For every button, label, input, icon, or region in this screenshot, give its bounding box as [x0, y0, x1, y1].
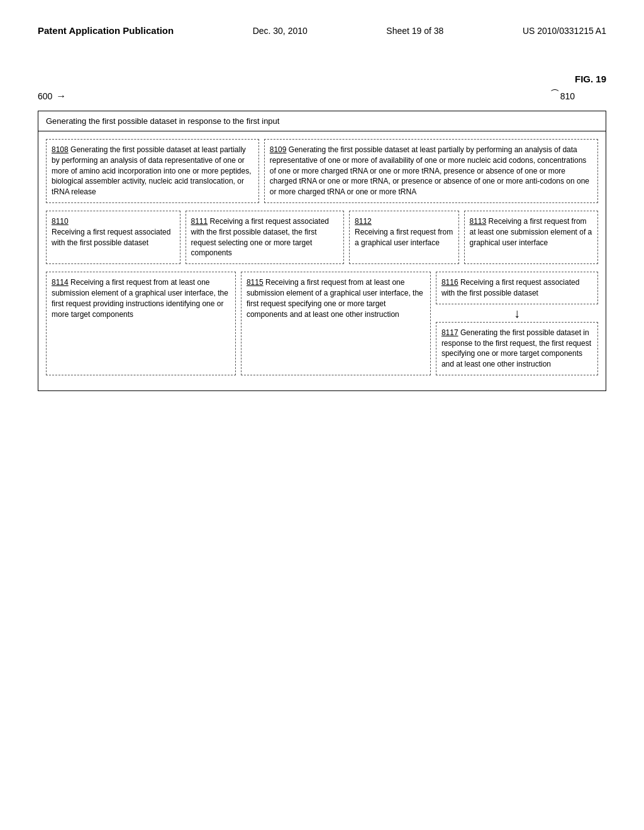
box-8115-id: 8115 — [247, 278, 264, 287]
box-8114-id: 8114 — [52, 278, 69, 287]
box-8109: 8109 Generating the first possible datas… — [264, 139, 598, 203]
publication-date: Dec. 30, 2010 — [253, 26, 308, 36]
box-8110-id: 8110 — [52, 217, 69, 226]
page-header: Patent Application Publication Dec. 30, … — [38, 25, 606, 36]
box-8112-id: 8112 — [355, 217, 372, 226]
box-8113-text: Receiving a first request from at least … — [470, 217, 592, 247]
box-8114-text: Receiving a first request from at least … — [52, 278, 228, 318]
box-8117: 8117 Generating the first possible datas… — [436, 322, 598, 375]
row-2: 8110 Receiving a first request associate… — [46, 211, 598, 264]
box-8109-text: Generating the first possible dataset at… — [270, 145, 589, 196]
box-8108-text: Generating the first possible dataset at… — [52, 145, 252, 196]
box-8108-id: 8108 — [52, 145, 69, 154]
box-8111-id: 8111 — [191, 217, 208, 226]
row-3: 8114 Receiving a first request from at l… — [46, 272, 598, 375]
sheet-info: Sheet 19 of 38 — [386, 26, 443, 36]
ref-810-label: 810 — [560, 91, 575, 101]
publication-title: Patent Application Publication — [38, 25, 174, 36]
arrow-right-icon: → — [56, 91, 66, 102]
page: Patent Application Publication Dec. 30, … — [0, 0, 644, 830]
right-col: 8116 Receiving a first request associate… — [436, 272, 598, 375]
box-8110-text: Receiving a first request associated wit… — [52, 228, 170, 247]
patent-number: US 2010/0331215 A1 — [523, 26, 606, 36]
box-8115: 8115 Receiving a first request from at l… — [241, 272, 431, 375]
diagram-header: Generating the first possible dataset in… — [38, 111, 606, 131]
box-8116-text: Receiving a first request associated wit… — [441, 278, 579, 297]
box-8113: 8113 Receiving a first request from at l… — [464, 211, 599, 264]
box-8112: 8112 Receiving a first request from a gr… — [349, 211, 458, 264]
box-8111: 8111 Receiving a first request associate… — [186, 211, 345, 264]
box-8111-text: Receiving a first request associated wit… — [191, 217, 329, 257]
arc-810-icon: ⁀ — [552, 89, 558, 99]
figure-label: FIG. 19 — [38, 74, 606, 84]
box-8110: 8110 Receiving a first request associate… — [46, 211, 180, 264]
box-8115-text: Receiving a first request from at least … — [247, 278, 423, 318]
diagram-body: 8108 Generating the first possible datas… — [38, 131, 606, 390]
ref-600-label: 600 — [38, 91, 52, 101]
box-8112-text: Receiving a first request from a graphic… — [355, 228, 453, 247]
box-8109-id: 8109 — [270, 145, 287, 154]
box-8116: 8116 Receiving a first request associate… — [436, 272, 598, 304]
box-8117-id: 8117 — [441, 328, 458, 337]
diagram-container: Generating the first possible dataset in… — [38, 111, 606, 391]
box-8114: 8114 Receiving a first request from at l… — [46, 272, 236, 375]
box-8117-text: Generating the first possible dataset in… — [441, 328, 591, 368]
box-8116-id: 8116 — [441, 278, 458, 287]
box-8113-id: 8113 — [470, 217, 487, 226]
box-8108: 8108 Generating the first possible datas… — [46, 139, 259, 203]
row-1: 8108 Generating the first possible datas… — [46, 139, 598, 203]
down-arrow-icon: ↓ — [436, 306, 598, 321]
